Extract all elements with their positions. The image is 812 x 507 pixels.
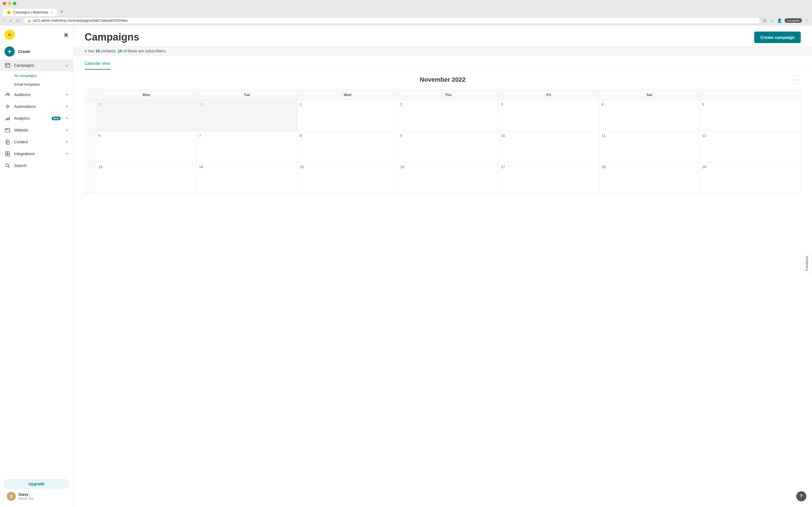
audience-icon [4,92,11,98]
week-num-2 [85,131,96,162]
cal-day-30-oct[interactable]: 30 [96,100,197,131]
cal-day-17[interactable]: 17 [499,163,599,193]
help-button[interactable]: ? [796,491,806,501]
cal-day-16[interactable]: 16 [398,163,499,193]
back-button[interactable]: ‹ [3,17,6,24]
svg-point-13 [6,129,6,129]
avatar: D [7,492,16,501]
svg-rect-17 [5,152,7,154]
automations-chevron-icon: ▼ [65,105,68,108]
header-thu: Thu [398,90,499,100]
svg-text:m: m [8,33,11,36]
sidebar-item-content[interactable]: Content ▼ [0,136,73,148]
svg-rect-11 [9,117,10,120]
header-sat: Sat [599,90,700,100]
traffic-light-red[interactable] [3,2,6,5]
sidebar-header: m ▣ [0,25,73,44]
search-icon [4,163,11,169]
cal-day-31-oct[interactable]: 31 [197,100,297,131]
sidebar-subitem-email-templates[interactable]: Email templates [0,80,73,89]
profile-icon[interactable]: 👤 [776,18,782,23]
reload-button[interactable]: ↻ [15,17,21,24]
automations-icon [4,103,11,110]
svg-rect-10 [7,118,8,120]
traffic-light-yellow[interactable] [8,2,11,5]
cal-day-19[interactable]: 19 [700,163,801,193]
url-text: us21.admin.mailchimp.com/campaigns/#tab:… [33,18,128,22]
cal-day-6[interactable]: 6 [96,131,197,162]
svg-rect-20 [8,154,10,156]
cal-day-13[interactable]: 13 [96,163,197,193]
cal-day-1[interactable]: 1 [297,100,398,131]
user-subtitle: Mood Joy [18,497,33,501]
sidebar-item-create[interactable]: Create [0,44,73,59]
cal-day-3[interactable]: 3 [499,100,599,131]
cal-day-2[interactable]: 2 [398,100,499,131]
calendar-nav: November 2022 › [85,75,801,84]
calendar-week-3: 13 14 15 16 17 18 19 [85,162,801,193]
cal-day-8[interactable]: 8 [297,131,398,162]
tab-calendar-view[interactable]: Calendar View [85,59,110,69]
cal-day-5[interactable]: 5 [700,100,801,131]
analytics-label: Analytics [14,116,48,121]
calendar-week-1: 30 31 1 2 3 4 5 [85,100,801,131]
tab-title: Campaigns | Mailchimp [13,10,48,14]
mailchimp-logo[interactable]: m [4,30,15,40]
audience-label: Audience [14,93,62,97]
user-info: Daisy Mood Joy [18,492,33,501]
sidebar-toggle-icon[interactable]: ▣ [64,32,68,38]
upgrade-button[interactable]: Upgrade [3,479,70,489]
feedback-button[interactable]: Feedback [802,253,812,274]
sidebar-item-website[interactable]: Website ▼ [0,124,73,136]
lock-icon: 🔒 [28,19,31,22]
forward-button[interactable]: › [9,17,12,24]
sidebar-item-campaigns[interactable]: Campaigns ▲ [0,59,73,71]
new-tab-button[interactable]: + [58,8,65,16]
page-header: Campaigns Create campaign [73,25,812,46]
tab-close-icon[interactable]: × [50,10,53,15]
sidebar-item-audience[interactable]: Audience ▼ [0,89,73,101]
calendar-next-button[interactable]: › [792,75,801,84]
email-templates-label: Email templates [14,82,40,87]
content-icon [4,139,11,145]
cal-day-18[interactable]: 18 [599,163,700,193]
svg-rect-5 [6,65,7,66]
cal-day-11[interactable]: 11 [599,131,700,162]
cal-day-9[interactable]: 9 [398,131,499,162]
website-label: Website [14,128,62,132]
bookmark-icon[interactable]: ☆ [769,18,774,23]
tabs-bar: Calendar View [73,56,812,70]
integrations-label: Integrations [14,152,62,156]
header-wed: Wed [297,90,398,100]
cal-day-7[interactable]: 7 [197,131,297,162]
subscribers-count: 16 [118,49,122,53]
cal-day-15[interactable]: 15 [297,163,398,193]
integrations-chevron-icon: ▼ [65,152,68,156]
sidebar-item-search[interactable]: Search [0,160,73,172]
sidebar-item-integrations[interactable]: Integrations ▼ [0,148,73,160]
content-chevron-icon: ▼ [65,140,68,144]
menu-icon[interactable]: ⋮ [804,18,809,23]
svg-point-7 [8,93,10,95]
sidebar-item-analytics[interactable]: Analytics New ▼ [0,112,73,124]
sidebar-subitem-all-campaigns[interactable]: All campaigns [0,71,73,80]
create-campaign-button[interactable]: Create campaign [754,32,801,43]
cal-day-4[interactable]: 4 [599,100,700,131]
cal-day-10[interactable]: 10 [499,131,599,162]
info-text-suffix: of these are subscribers. [122,49,166,53]
content-label: Content [14,140,62,144]
cal-day-12[interactable]: 12 [700,131,801,162]
sidebar-item-automations[interactable]: Automations ▼ [0,101,73,112]
user-name: Daisy [18,492,33,497]
calendar-grid: Mon Tue Wed Thu Fri Sat 30 31 1 2 3 4 5 [85,90,801,194]
calendar-container: November 2022 › Mon Tue Wed Thu Fri Sat [73,70,812,200]
user-profile[interactable]: D Daisy Mood Joy [3,489,70,504]
cal-day-14[interactable]: 14 [197,163,297,193]
search-label: Search [14,163,68,168]
browser-tab-active[interactable]: m Campaigns | Mailchimp × [3,9,57,16]
contacts-count: 16 [95,49,100,53]
week-num-1 [85,100,96,131]
sidebar-bottom: Upgrade D Daisy Mood Joy [0,475,73,507]
traffic-light-green[interactable] [13,2,16,5]
address-bar[interactable]: 🔒 us21.admin.mailchimp.com/campaigns/#ta… [23,17,761,24]
